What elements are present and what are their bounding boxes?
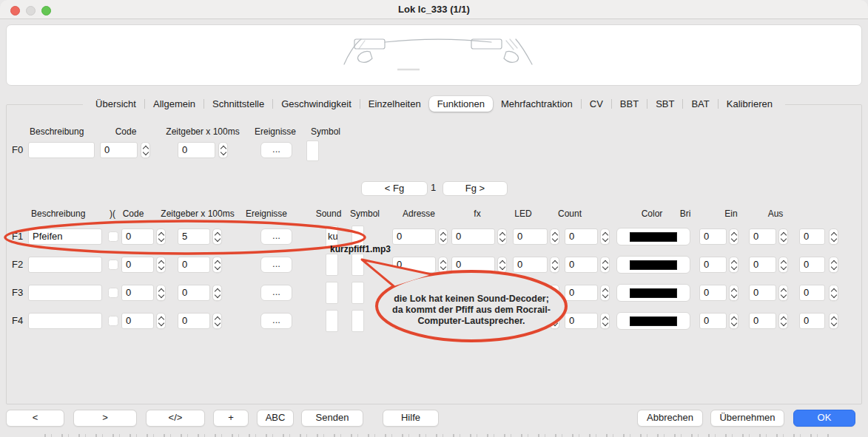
loco-sketch	[338, 31, 538, 83]
title-bar: Lok lc_333 (1/1)	[0, 0, 868, 19]
ok-button[interactable]: OK	[793, 410, 855, 427]
lok-properties-window: { "window": { "title": "Lok lc_333 (1/1)…	[0, 0, 868, 437]
abbrechen-button[interactable]: Abbrechen	[637, 410, 703, 427]
fg-prev-button[interactable]: < Fg	[361, 181, 428, 196]
tab-uebersicht[interactable]: Übersicht	[87, 96, 144, 112]
tab-bar: Übersicht Allgemein Schnittstelle Geschw…	[0, 95, 868, 112]
functions-panel	[6, 104, 862, 404]
close-button[interactable]	[10, 6, 20, 16]
tab-sbt[interactable]: SBT	[647, 96, 682, 112]
background-window-edge	[44, 434, 829, 437]
senden-button[interactable]: Senden	[301, 410, 363, 427]
tab-cv[interactable]: CV	[582, 96, 611, 112]
tab-bat[interactable]: BAT	[683, 96, 717, 112]
abc-button[interactable]: ABC	[257, 410, 294, 427]
tab-mehrfachtraktion[interactable]: Mehrfachtraktion	[493, 96, 581, 112]
tab-funktionen[interactable]: Funktionen	[429, 96, 493, 112]
nav-next-button[interactable]: >	[73, 410, 137, 427]
add-button[interactable]: +	[213, 410, 249, 427]
minimize-button[interactable]	[26, 6, 36, 16]
uebernehmen-button[interactable]: Übernehmen	[710, 410, 784, 427]
tab-geschwindigkeit[interactable]: Geschwindigkeit	[273, 96, 360, 112]
nav-prev-button[interactable]: <	[6, 410, 64, 427]
tab-allgemein[interactable]: Allgemein	[145, 96, 203, 112]
loco-image-panel	[6, 24, 862, 86]
fg-current-page: 1	[431, 182, 436, 193]
zoom-button[interactable]	[41, 6, 51, 16]
fg-next-button[interactable]: Fg >	[443, 181, 508, 196]
tab-schnittstelle[interactable]: Schnittstelle	[204, 96, 272, 112]
xml-button[interactable]: </>	[146, 410, 205, 427]
tab-bbt[interactable]: BBT	[612, 96, 647, 112]
window-title: Lok lc_333 (1/1)	[0, 0, 868, 19]
hilfe-button[interactable]: Hilfe	[383, 410, 439, 427]
tab-einzelheiten[interactable]: Einzelheiten	[360, 96, 429, 112]
tab-kalibrieren[interactable]: Kalibrieren	[719, 96, 781, 112]
